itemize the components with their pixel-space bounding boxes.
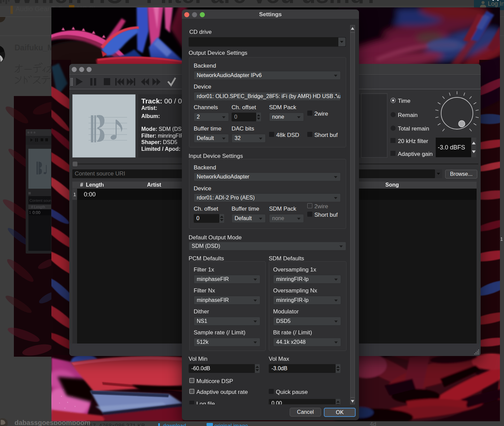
svg-text:0:00: 0:00 bbox=[32, 210, 41, 215]
svg-text:1: 1 bbox=[29, 211, 31, 214]
svg-text:Content sourc: Content sourc bbox=[29, 198, 53, 203]
svg-text:1: 1 bbox=[500, 236, 503, 242]
svg-text:# Length: # Length bbox=[31, 205, 45, 209]
